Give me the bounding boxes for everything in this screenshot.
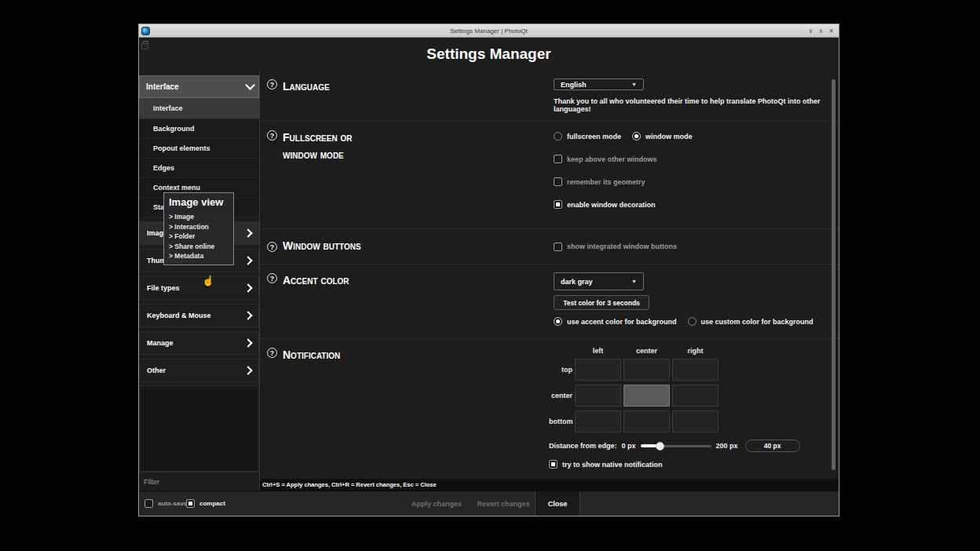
grid-cell-top-center[interactable] bbox=[623, 359, 670, 381]
help-icon[interactable]: ? bbox=[267, 242, 277, 252]
sidebar-category-interface[interactable]: Interface bbox=[139, 75, 259, 98]
sidebar-item-file-types[interactable]: File types bbox=[139, 276, 259, 300]
revert-changes-button[interactable]: Revert changes bbox=[472, 491, 535, 516]
section-title: Accent color bbox=[283, 272, 349, 290]
settings-manager-window: Settings Manager | PhotoQt ∨ ∧ ✕ Setting… bbox=[138, 24, 839, 516]
grid-cell-center-center[interactable] bbox=[623, 385, 670, 407]
window-title: Settings Manager | PhotoQt bbox=[139, 27, 839, 35]
sidebar-item-popout-elements[interactable]: Popout elements bbox=[139, 139, 259, 159]
chevron-right-icon bbox=[243, 256, 252, 265]
page-title: Settings Manager bbox=[139, 38, 839, 63]
checkbox-icon bbox=[144, 499, 153, 508]
distance-value-spinbox[interactable]: 40 px bbox=[745, 440, 800, 452]
checkbox-native-notification[interactable]: try to show native notification bbox=[549, 460, 839, 469]
grid-cell-center-left[interactable] bbox=[575, 385, 621, 407]
radio-label: use custom color for background bbox=[701, 318, 814, 326]
checkbox-icon bbox=[549, 460, 558, 469]
accent-color-dropdown[interactable]: dark gray ▼ bbox=[554, 272, 644, 290]
checkbox-window-decoration[interactable]: enable window decoration bbox=[554, 200, 839, 209]
grid-cell-top-left[interactable] bbox=[575, 359, 621, 381]
chevron-right-icon bbox=[243, 228, 252, 237]
help-icon[interactable]: ? bbox=[267, 79, 277, 89]
dropdown-arrow-icon: ▼ bbox=[631, 82, 637, 87]
checkbox-remember-geometry[interactable]: remember its geometry bbox=[554, 177, 839, 186]
section-title: Notification bbox=[283, 347, 340, 364]
sidebar-item-other[interactable]: Other bbox=[139, 359, 259, 382]
sidebar-item-label: Other bbox=[147, 367, 166, 374]
distance-slider[interactable] bbox=[641, 442, 711, 451]
distance-label: Distance from edge: bbox=[549, 442, 617, 450]
section-window-buttons: ? Window buttons show integrated window … bbox=[260, 229, 839, 265]
checkbox-label: keep above other windows bbox=[567, 155, 657, 163]
sidebar-item-label: Edges bbox=[153, 164, 174, 172]
help-icon[interactable]: ? bbox=[267, 273, 277, 283]
sidebar-item-label: Context menu bbox=[153, 184, 200, 192]
sidebar: Interface Interface Background Popout el… bbox=[139, 71, 260, 491]
filter-input[interactable] bbox=[139, 478, 259, 486]
sidebar-item-background[interactable]: Background bbox=[139, 119, 259, 139]
grid-cell-bottom-right[interactable] bbox=[672, 411, 719, 432]
sidebar-item-keyboard-mouse[interactable]: Keyboard & Mouse bbox=[139, 304, 259, 327]
checkbox-icon bbox=[554, 200, 562, 209]
checkbox-icon bbox=[554, 243, 562, 251]
checkbox-icon bbox=[186, 499, 195, 508]
tooltip-item: > Interaction bbox=[169, 222, 229, 232]
grid-col-label: left bbox=[575, 347, 621, 355]
close-button[interactable]: Close bbox=[535, 491, 580, 516]
popout-icon[interactable] bbox=[143, 41, 148, 46]
shortcut-status-bar: Ctrl+S = Apply changes, Ctrl+R = Revert … bbox=[260, 479, 839, 491]
section-title: Fullscreen or window mode bbox=[283, 130, 385, 163]
vertical-scrollbar[interactable] bbox=[832, 79, 836, 470]
mouse-cursor-hand-icon: ☝ bbox=[202, 275, 214, 286]
sidebar-item-edges[interactable]: Edges bbox=[139, 159, 259, 178]
tooltip-item: > Share online bbox=[169, 242, 229, 252]
grid-cell-top-right[interactable] bbox=[672, 359, 719, 381]
sidebar-item-label: Interface bbox=[153, 104, 183, 112]
radio-window-mode[interactable]: window mode bbox=[632, 132, 693, 140]
checkbox-label: compact bbox=[199, 500, 225, 507]
section-fullscreen-mode: ? Fullscreen or window mode fullscreen m… bbox=[260, 122, 839, 229]
grid-cell-center-right[interactable] bbox=[672, 385, 719, 407]
sidebar-empty-area bbox=[140, 385, 258, 472]
grid-row-label: center bbox=[549, 392, 572, 400]
autosave-checkbox[interactable]: auto-save bbox=[144, 499, 187, 508]
sidebar-item-label: Keyboard & Mouse bbox=[147, 312, 211, 319]
grid-col-label: right bbox=[672, 347, 719, 355]
checkbox-icon bbox=[554, 177, 562, 186]
help-icon[interactable]: ? bbox=[267, 130, 277, 140]
footer-bar: auto-save compact Apply changes Revert c… bbox=[139, 491, 839, 516]
chevron-right-icon bbox=[243, 366, 252, 374]
filter-container bbox=[139, 472, 259, 491]
tooltip-item: > Metadata bbox=[169, 251, 229, 261]
checkbox-integrated-buttons[interactable]: show integrated window buttons bbox=[554, 243, 839, 251]
radio-fullscreen-mode[interactable]: fullscreen mode bbox=[554, 132, 621, 140]
distance-min-label: 0 px bbox=[622, 442, 636, 450]
sidebar-item-manage[interactable]: Manage bbox=[139, 331, 259, 355]
help-icon[interactable]: ? bbox=[267, 348, 277, 358]
chevron-right-icon bbox=[243, 338, 252, 347]
compact-checkbox[interactable]: compact bbox=[186, 499, 225, 508]
radio-label: use accent color for background bbox=[567, 318, 677, 326]
checkbox-icon bbox=[554, 155, 562, 163]
apply-changes-button[interactable]: Apply changes bbox=[405, 491, 468, 516]
radio-accent-background[interactable]: use accent color for background bbox=[554, 317, 677, 326]
slider-handle[interactable] bbox=[656, 442, 664, 451]
sidebar-item-interface[interactable]: Interface bbox=[139, 98, 259, 119]
sidebar-item-label: File types bbox=[147, 284, 180, 292]
tooltip-item: > Folder bbox=[169, 232, 229, 242]
radio-custom-background[interactable]: use custom color for background bbox=[688, 317, 814, 326]
sidebar-item-label: Popout elements bbox=[153, 144, 210, 152]
radio-icon bbox=[554, 317, 562, 326]
header: Settings Manager bbox=[139, 38, 839, 71]
grid-cell-bottom-left[interactable] bbox=[575, 411, 621, 432]
sidebar-item-label: Background bbox=[153, 125, 195, 133]
checkbox-keep-above[interactable]: keep above other windows bbox=[554, 155, 839, 163]
titlebar[interactable]: Settings Manager | PhotoQt ∨ ∧ ✕ bbox=[139, 24, 839, 38]
sidebar-category-label: Interface bbox=[146, 82, 179, 91]
chevron-right-icon bbox=[243, 311, 252, 319]
language-dropdown[interactable]: English ▼ bbox=[554, 78, 644, 90]
dropdown-arrow-icon: ▼ bbox=[631, 279, 637, 284]
grid-cell-bottom-center[interactable] bbox=[623, 411, 670, 432]
section-accent-color: ? Accent color dark gray ▼ Test color fo… bbox=[260, 265, 839, 339]
test-color-button[interactable]: Test color for 3 seconds bbox=[554, 295, 649, 310]
